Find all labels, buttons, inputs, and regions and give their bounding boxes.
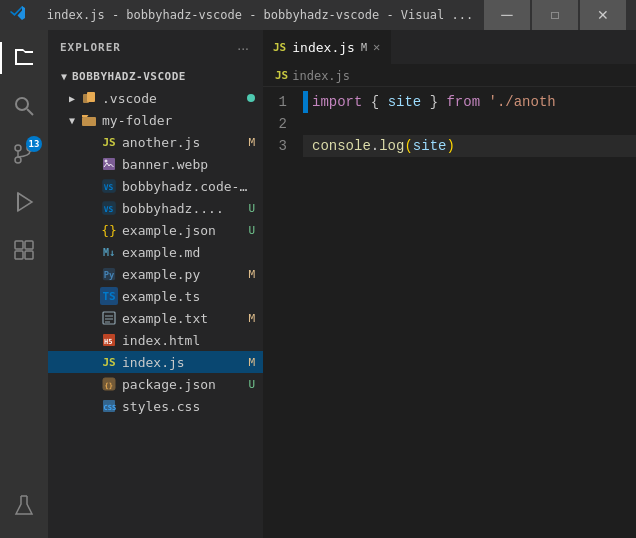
indexjs-icon: JS (100, 353, 118, 371)
token-brace-close: } (421, 91, 446, 113)
tree-item-anotherjs[interactable]: ▶ JS another.js M (48, 131, 263, 153)
source-control-badge: 13 (26, 136, 42, 152)
vscode-folder-name: .vscode (102, 91, 241, 106)
tree-item-bobbyhadzcode[interactable]: ▶ VS bobbyhadz.code-... (48, 175, 263, 197)
code-line-1: import { site } from './anoth (303, 91, 636, 113)
token-site: site (388, 91, 422, 113)
svg-point-0 (16, 98, 28, 110)
bobbyhadz-u-name: bobbyhadz.... (122, 201, 242, 216)
sidebar-more-actions[interactable]: ··· (235, 38, 251, 58)
tree-item-indexjs[interactable]: ▶ JS index.js M (48, 351, 263, 373)
my-folder-icon (80, 111, 98, 129)
sidebar-header: EXPLORER ··· (48, 30, 263, 65)
code-area[interactable]: 1 2 3 import { site } from (263, 87, 636, 538)
tree-item-examplejson[interactable]: ▶ {} example.json U (48, 219, 263, 241)
bannerwebp-icon (100, 155, 118, 173)
vscode-folder-icon (80, 89, 98, 107)
my-folder-arrow: ▼ (64, 115, 80, 126)
tree-item-indexhtml[interactable]: ▶ H5 index.html (48, 329, 263, 351)
svg-text:{}: {} (105, 382, 113, 390)
token-site2: site (413, 135, 447, 157)
code-lines[interactable]: import { site } from './anoth (303, 91, 636, 538)
svg-rect-16 (103, 158, 115, 170)
activity-run[interactable] (0, 178, 48, 226)
svg-text:VS: VS (104, 183, 114, 192)
tab-indexjs-modified: M (361, 42, 367, 53)
svg-rect-10 (15, 251, 23, 259)
activity-explorer[interactable] (0, 34, 48, 82)
tree-item-vscode-folder[interactable]: ▶ .vscode (48, 87, 263, 109)
svg-marker-6 (18, 193, 32, 211)
token-paren-close: ) (446, 135, 454, 157)
tree-item-stylescss[interactable]: ▶ CSS styles.css (48, 395, 263, 417)
stylescss-icon: CSS (100, 397, 118, 415)
svg-text:Py: Py (104, 270, 115, 280)
svg-rect-8 (15, 241, 23, 249)
main-layout: 13 EXPLORER (0, 30, 636, 538)
token-path: './anoth (488, 91, 555, 113)
indexjs-badge: M (248, 356, 255, 369)
activity-extensions[interactable] (0, 226, 48, 274)
sidebar-title: EXPLORER (60, 41, 121, 54)
breadcrumb-bar: JS index.js (263, 65, 636, 87)
anotherjs-badge: M (248, 136, 255, 149)
tree-item-bobbyhadz-u[interactable]: ▶ VS bobbyhadz.... U (48, 197, 263, 219)
tab-indexjs[interactable]: JS index.js M ✕ (263, 30, 391, 64)
window-maximize-button[interactable]: □ (532, 0, 578, 30)
sidebar: EXPLORER ··· ▼ BOBBYHADZ-VSCODE ▶ (48, 30, 263, 538)
packagejson-badge: U (248, 378, 255, 391)
tree-item-examplets[interactable]: ▶ TS example.ts (48, 285, 263, 307)
bobbyhadz-u-badge: U (248, 202, 255, 215)
title-text: index.js - bobbyhadz-vscode - bobbyhadz-… (36, 8, 484, 22)
activity-source-control[interactable]: 13 (0, 130, 48, 178)
line-number-3: 3 (263, 135, 287, 157)
svg-text:H5: H5 (104, 338, 112, 346)
exampletxt-name: example.txt (122, 311, 242, 326)
indexhtml-icon: H5 (100, 331, 118, 349)
title-bar: index.js - bobbyhadz-vscode - bobbyhadz-… (0, 0, 636, 30)
tree-item-examplepy[interactable]: ▶ Py example.py M (48, 263, 263, 285)
window-close-button[interactable]: ✕ (580, 0, 626, 30)
stylescss-name: styles.css (122, 399, 255, 414)
exampletxt-badge: M (248, 312, 255, 325)
tree-item-examplemd[interactable]: ▶ M↓ example.md (48, 241, 263, 263)
line1-gutter (303, 91, 308, 113)
examplets-name: example.ts (122, 289, 255, 304)
tab-indexjs-icon: JS (273, 41, 286, 54)
examplets-icon: TS (100, 287, 118, 305)
breadcrumb-text: index.js (292, 69, 350, 83)
window-minimize-button[interactable]: ─ (484, 0, 530, 30)
bobbyhadzcode-name: bobbyhadz.code-... (122, 179, 255, 194)
bannerwebp-name: banner.webp (122, 157, 255, 172)
packagejson-name: package.json (122, 377, 242, 392)
examplemd-name: example.md (122, 245, 255, 260)
tree-item-my-folder[interactable]: ▼ my-folder (48, 109, 263, 131)
tree-item-exampletxt[interactable]: ▶ example.txt M (48, 307, 263, 329)
tree-root-item[interactable]: ▼ BOBBYHADZ-VSCODE (48, 65, 263, 87)
tree-item-bannerwebp[interactable]: ▶ banner.webp (48, 153, 263, 175)
vscode-folder-arrow: ▶ (64, 93, 80, 104)
token-brace-open: { (362, 91, 387, 113)
vscode-icon (10, 5, 26, 25)
bobbyhadzcode-icon: VS (100, 177, 118, 195)
token-log: log (379, 135, 404, 157)
svg-rect-15 (82, 117, 96, 126)
tab-indexjs-close[interactable]: ✕ (373, 40, 380, 54)
tree-item-packagejson[interactable]: ▶ {} package.json U (48, 373, 263, 395)
svg-point-4 (15, 145, 21, 151)
examplepy-icon: Py (100, 265, 118, 283)
exampletxt-icon (100, 309, 118, 327)
line3-gutter (303, 135, 308, 157)
token-dot: . (371, 135, 379, 157)
root-arrow: ▼ (56, 71, 72, 82)
line2-gutter (303, 113, 308, 135)
editor-body[interactable]: 1 2 3 import { site } from (263, 87, 636, 538)
bobbyhadz-u-icon: VS (100, 199, 118, 217)
token-import: import (312, 91, 362, 113)
svg-point-2 (15, 157, 21, 163)
activity-search[interactable] (0, 82, 48, 130)
breadcrumb-icon: JS (275, 69, 288, 82)
activity-flask[interactable] (0, 482, 48, 530)
examplepy-name: example.py (122, 267, 242, 282)
editor-area: JS index.js M ✕ JS index.js 1 2 3 (263, 30, 636, 538)
